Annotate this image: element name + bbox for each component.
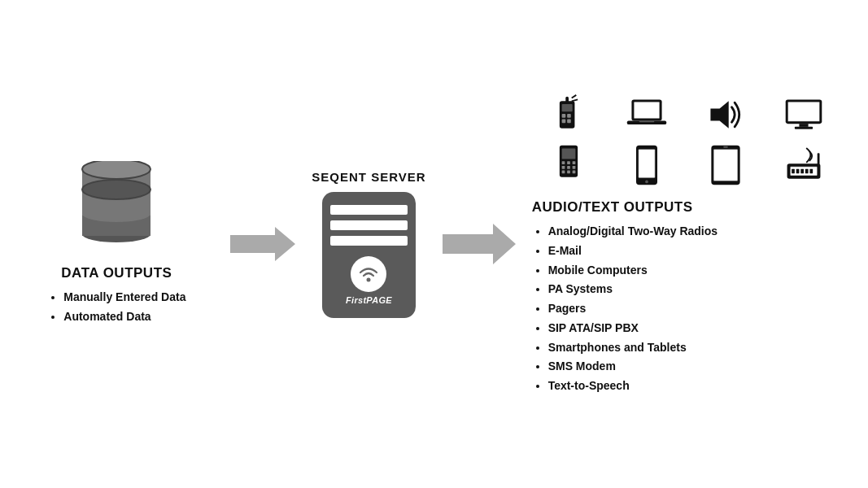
monitor-icon [767, 92, 841, 137]
server-block: SEQENT SERVER FirstPAGE [312, 170, 425, 318]
svg-rect-44 [713, 149, 738, 181]
data-outputs-section: DATA OUTPUTS Manually Entered Data Autom… [27, 161, 206, 327]
svg-rect-41 [639, 149, 655, 177]
svg-rect-31 [562, 161, 565, 164]
wifi-circle [351, 256, 386, 292]
server-line-3 [330, 236, 408, 246]
svg-point-9 [367, 278, 371, 282]
svg-rect-28 [795, 127, 813, 129]
svg-rect-39 [573, 170, 576, 173]
svg-rect-13 [562, 114, 566, 118]
list-item: Pagers [548, 299, 718, 319]
list-item: PA Systems [548, 280, 718, 299]
svg-rect-36 [573, 166, 576, 169]
smartphone-icon [610, 142, 684, 188]
server-logo: FirstPAGE [346, 256, 392, 305]
svg-rect-53 [810, 169, 813, 174]
server-name: FirstPAGE [346, 295, 392, 305]
walkie-talkie-icon [532, 92, 606, 137]
audio-outputs-title: AUDIO/TEXT OUTPUTS [532, 199, 693, 216]
svg-rect-15 [562, 119, 566, 123]
list-item: E-Mail [548, 242, 718, 261]
svg-line-19 [572, 99, 578, 101]
list-item: Text-to-Speech [548, 377, 718, 396]
list-item: Mobile Computers [548, 261, 718, 281]
list-item: SIP ATA/SIP PBX [548, 319, 718, 338]
old-phone-icon [532, 142, 606, 188]
svg-rect-16 [567, 119, 571, 123]
audio-outputs-section: AUDIO/TEXT OUTPUTS Analog/Digital Two-Wa… [532, 92, 841, 396]
svg-rect-27 [800, 124, 809, 127]
svg-rect-23 [639, 120, 655, 122]
left-arrow [230, 224, 295, 264]
svg-rect-17 [565, 97, 569, 102]
svg-rect-34 [562, 166, 565, 169]
server-box: FirstPAGE [322, 192, 416, 318]
svg-marker-8 [230, 227, 295, 261]
speaker-icon [689, 92, 763, 137]
svg-rect-46 [723, 146, 728, 148]
list-item: Analog/Digital Two-Way Radios [548, 222, 718, 242]
audio-outputs-list: Analog/Digital Two-Way Radios E-Mail Mob… [532, 222, 718, 396]
data-outputs-list: Manually Entered Data Automated Data [47, 288, 185, 327]
router-icon [767, 142, 841, 188]
svg-rect-35 [567, 166, 570, 169]
list-item: Automated Data [63, 307, 185, 327]
list-item: Manually Entered Data [63, 288, 185, 307]
data-outputs-title: DATA OUTPUTS [61, 265, 172, 281]
svg-rect-32 [567, 161, 570, 164]
svg-point-42 [646, 180, 649, 183]
diagram: DATA OUTPUTS Manually Entered Data Autom… [0, 0, 868, 488]
svg-rect-51 [801, 169, 805, 174]
svg-rect-49 [792, 169, 796, 174]
svg-rect-54 [818, 153, 820, 165]
svg-marker-24 [710, 101, 728, 128]
svg-rect-33 [573, 161, 576, 164]
database-icon [72, 161, 161, 251]
wifi-icon [356, 262, 381, 286]
svg-rect-52 [805, 169, 809, 174]
list-item: Smartphones and Tablets [548, 338, 718, 358]
svg-rect-21 [635, 102, 661, 118]
svg-rect-26 [788, 102, 820, 121]
device-icons-grid [532, 92, 841, 188]
tablet-icon [689, 142, 763, 188]
svg-line-18 [572, 95, 577, 98]
svg-marker-10 [443, 224, 516, 264]
laptop-icon [610, 92, 684, 137]
list-item: SMS Modem [548, 357, 718, 377]
svg-rect-37 [562, 170, 565, 173]
svg-rect-14 [567, 114, 571, 118]
server-lines [330, 205, 408, 246]
svg-rect-12 [562, 104, 573, 111]
svg-rect-50 [796, 169, 800, 174]
svg-rect-38 [567, 170, 570, 173]
server-line-2 [330, 220, 408, 230]
server-line-1 [330, 205, 408, 215]
right-arrow [443, 220, 516, 268]
svg-rect-30 [562, 148, 576, 159]
server-label: SEQENT SERVER [312, 170, 425, 184]
